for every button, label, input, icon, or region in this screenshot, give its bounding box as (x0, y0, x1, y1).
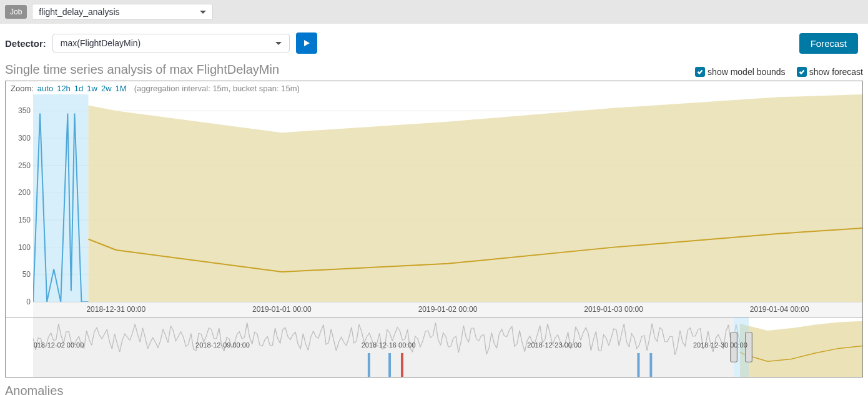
svg-rect-17 (731, 332, 737, 362)
checkbox-icon (695, 67, 705, 77)
forecast-button[interactable]: Forecast (799, 33, 858, 54)
main-chart: 050100150200250300350 (6, 94, 862, 302)
detector-row: Detector: max(FlightDelayMin) Forecast (0, 24, 868, 59)
zoom-1d[interactable]: 1d (74, 84, 83, 93)
detector-select[interactable]: max(FlightDelayMin) (52, 34, 290, 52)
chart-svg (33, 94, 862, 302)
job-select[interactable]: flight_delay_analysis (32, 4, 213, 20)
play-icon (302, 39, 311, 48)
chart-container: Zoom: auto 12h 1d 1w 2w 1M (aggregation … (5, 81, 863, 378)
svg-marker-0 (304, 40, 310, 46)
x-axis: 2018-12-31 00:002019-01-01 00:002019-01-… (33, 302, 862, 317)
checkbox-icon (797, 67, 807, 77)
chart-plot-area[interactable] (33, 94, 862, 302)
page-subtitle: Single time series analysis of max Fligh… (5, 62, 279, 77)
svg-rect-18 (746, 332, 752, 362)
toggle-model-bounds[interactable]: show model bounds (695, 67, 786, 77)
svg-rect-10 (33, 318, 734, 377)
aggregation-note: (aggregation interval: 15m, bucket span:… (134, 84, 300, 93)
zoom-label: Zoom: (11, 84, 34, 93)
chevron-down-icon (275, 42, 282, 45)
job-badge: Job (5, 5, 27, 19)
context-plot-area[interactable]: 2018-12-02 00:002018-12-09 00:002018-12-… (33, 318, 862, 377)
chart-toggles: show model bounds show forecast (695, 67, 863, 77)
chevron-down-icon (200, 11, 206, 14)
detector-select-value: max(FlightDelayMin) (61, 38, 141, 48)
zoom-1m[interactable]: 1M (116, 84, 127, 93)
zoom-12h[interactable]: 12h (57, 84, 71, 93)
zoom-2w[interactable]: 2w (101, 84, 112, 93)
detector-label: Detector: (5, 38, 46, 49)
play-button[interactable] (296, 32, 317, 54)
job-select-value: flight_delay_analysis (39, 7, 119, 17)
context-svg (33, 318, 862, 377)
toggle-model-bounds-label: show model bounds (708, 67, 786, 77)
toggle-forecast-label: show forecast (809, 67, 863, 77)
zoom-controls: Zoom: auto 12h 1d 1w 2w 1M (aggregation … (6, 81, 862, 94)
zoom-1w[interactable]: 1w (87, 84, 97, 93)
top-bar: Job flight_delay_analysis (0, 0, 868, 24)
toggle-forecast[interactable]: show forecast (797, 67, 863, 77)
y-axis: 050100150200250300350 (6, 94, 33, 302)
context-chart: 2018-12-02 00:002018-12-09 00:002018-12-… (6, 317, 862, 377)
anomalies-heading: Anomalies (0, 378, 868, 395)
subtitle-row: Single time series analysis of max Fligh… (0, 59, 868, 78)
zoom-auto[interactable]: auto (37, 84, 53, 93)
